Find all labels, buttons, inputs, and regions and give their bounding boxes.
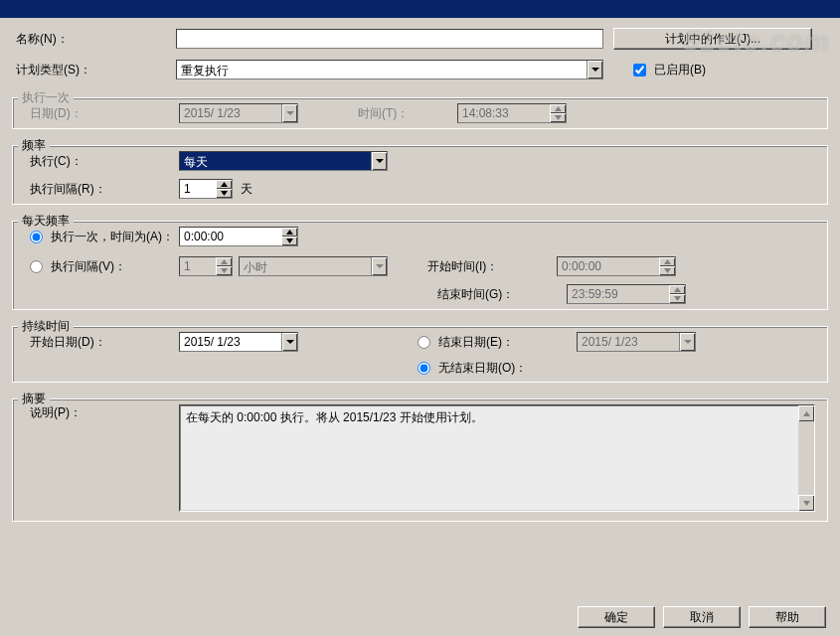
label-execute: 执行(C)： bbox=[20, 153, 179, 170]
radio-no-end-input[interactable] bbox=[418, 362, 430, 375]
radio-interval-label: 执行间隔(V)： bbox=[51, 258, 126, 275]
radio-once-input[interactable] bbox=[30, 231, 43, 243]
label-once-date: 日期(D)： bbox=[20, 105, 179, 122]
spinner-down-icon[interactable] bbox=[281, 237, 297, 245]
spinner-up-icon[interactable] bbox=[216, 180, 232, 189]
radio-no-end[interactable]: 无结束日期(O)： bbox=[418, 360, 527, 377]
interval-n-text: 1 bbox=[180, 257, 216, 275]
ok-button[interactable]: 确定 bbox=[578, 606, 655, 628]
help-button[interactable]: 帮助 bbox=[749, 606, 826, 628]
titlebar bbox=[0, 0, 840, 18]
radio-no-end-label: 无结束日期(O)： bbox=[438, 360, 527, 377]
once-at-spinner[interactable]: 0:00:00 bbox=[179, 227, 298, 246]
radio-end-date-input[interactable] bbox=[418, 336, 430, 349]
group-freq-title: 频率 bbox=[18, 137, 50, 154]
radio-interval-input[interactable] bbox=[30, 260, 43, 273]
end-time-spinner: 23:59:59 bbox=[567, 284, 686, 304]
jobs-in-plan-button[interactable]: 计划中的作业(J)... bbox=[613, 28, 812, 50]
once-time-spinner: 14:08:33 bbox=[457, 103, 567, 123]
spinner-up-icon bbox=[550, 104, 566, 113]
label-plan-type: 计划类型(S)： bbox=[12, 62, 176, 79]
start-time-text: 0:00:00 bbox=[558, 257, 659, 275]
once-date-picker: 2015/ 1/23 bbox=[179, 103, 298, 123]
spinner-down-icon bbox=[669, 294, 685, 303]
start-date-text: 2015/ 1/23 bbox=[180, 333, 281, 351]
execute-text: 每天 bbox=[180, 152, 371, 170]
button-bar: 确定 取消 帮助 bbox=[578, 606, 826, 628]
label-once-time: 时间(T)： bbox=[358, 105, 457, 122]
plan-type-select[interactable]: 重复执行 bbox=[176, 60, 603, 80]
scroll-up-icon[interactable] bbox=[798, 405, 814, 421]
label-end-time: 结束时间(G)： bbox=[437, 286, 567, 303]
label-start-date: 开始日期(D)： bbox=[20, 334, 179, 351]
start-time-spinner: 0:00:00 bbox=[557, 256, 676, 276]
radio-end-date[interactable]: 结束日期(E)： bbox=[418, 334, 577, 351]
name-input[interactable] bbox=[176, 29, 603, 49]
interval-n-spinner: 1 bbox=[179, 256, 233, 276]
radio-once-at[interactable]: 执行一次，时间为(A)： bbox=[20, 229, 179, 245]
radio-interval[interactable]: 执行间隔(V)： bbox=[20, 258, 179, 275]
cancel-button[interactable]: 取消 bbox=[663, 606, 741, 628]
spinner-up-icon bbox=[216, 257, 232, 266]
group-daily-title: 每天频率 bbox=[18, 213, 74, 230]
exec-interval-text: 1 bbox=[180, 180, 216, 198]
execute-select[interactable]: 每天 bbox=[179, 151, 388, 171]
exec-interval-spinner[interactable]: 1 bbox=[179, 179, 233, 199]
chevron-down-icon bbox=[371, 257, 387, 275]
scrollbar[interactable] bbox=[798, 405, 814, 511]
start-date-picker[interactable]: 2015/ 1/23 bbox=[179, 332, 298, 352]
group-duration-title: 持续时间 bbox=[18, 318, 74, 335]
enabled-check-input[interactable] bbox=[633, 64, 646, 77]
end-time-text: 23:59:59 bbox=[568, 285, 669, 303]
spinner-up-icon[interactable] bbox=[281, 228, 297, 237]
end-date-text: 2015/ 1/23 bbox=[578, 333, 679, 351]
unit-day: 天 bbox=[233, 181, 252, 198]
chevron-down-icon bbox=[679, 333, 695, 351]
scroll-down-icon[interactable] bbox=[798, 495, 814, 511]
radio-end-date-label: 结束日期(E)： bbox=[438, 334, 514, 351]
enabled-label: 已启用(B) bbox=[654, 62, 706, 79]
once-at-text: 0:00:00 bbox=[180, 228, 281, 245]
end-date-picker: 2015/ 1/23 bbox=[577, 332, 696, 352]
label-exec-interval: 执行间隔(R)： bbox=[20, 181, 179, 198]
group-summary-title: 摘要 bbox=[18, 391, 50, 407]
spinner-up-icon bbox=[659, 257, 675, 266]
radio-once-label: 执行一次，时间为(A)： bbox=[51, 229, 174, 245]
label-start-time: 开始时间(I)： bbox=[427, 258, 557, 275]
spinner-down-icon bbox=[216, 266, 232, 275]
once-date-text: 2015/ 1/23 bbox=[180, 104, 281, 122]
enabled-checkbox[interactable]: 已启用(B) bbox=[633, 62, 706, 79]
label-name: 名称(N)： bbox=[12, 31, 176, 48]
chevron-down-icon bbox=[281, 104, 297, 122]
group-once-title: 执行一次 bbox=[18, 89, 74, 106]
interval-unit-select: 小时 bbox=[239, 256, 388, 276]
chevron-down-icon[interactable] bbox=[587, 61, 602, 79]
chevron-down-icon[interactable] bbox=[281, 333, 297, 351]
spinner-down-icon[interactable] bbox=[216, 189, 232, 198]
once-time-text: 14:08:33 bbox=[458, 104, 550, 122]
spinner-up-icon bbox=[669, 285, 685, 294]
chevron-down-icon[interactable] bbox=[371, 152, 387, 170]
summary-textarea[interactable]: 在每天的 0:00:00 执行。将从 2015/1/23 开始使用计划。 bbox=[179, 404, 815, 512]
spinner-down-icon bbox=[659, 266, 675, 275]
spinner-down-icon bbox=[550, 113, 566, 122]
plan-type-text: 重复执行 bbox=[177, 61, 587, 79]
interval-unit-text: 小时 bbox=[240, 257, 371, 275]
